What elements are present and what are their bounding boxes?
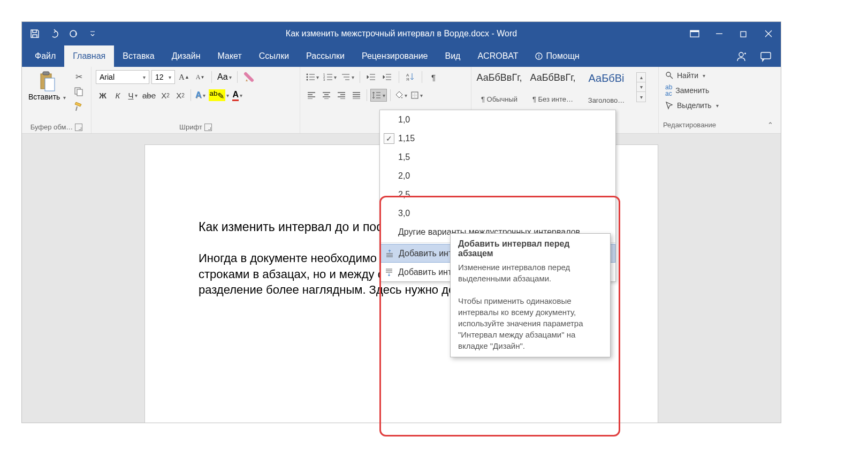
format-painter-icon[interactable]	[71, 100, 86, 113]
change-case-button[interactable]: Aa▾	[216, 71, 233, 83]
paste-icon	[37, 71, 57, 91]
justify-icon[interactable]	[349, 88, 363, 102]
tab-layout[interactable]: Макет	[209, 45, 250, 67]
svg-rect-11	[77, 89, 82, 96]
gallery-down-icon[interactable]: ▾	[637, 82, 645, 92]
tab-mailings[interactable]: Рассылки	[298, 45, 353, 67]
tab-references[interactable]: Ссылки	[250, 45, 298, 67]
italic-button[interactable]: К	[111, 88, 125, 102]
numbering-button[interactable]: 123▾	[322, 72, 338, 82]
sort-icon[interactable]: AЯ	[403, 70, 417, 84]
svg-point-13	[307, 76, 308, 78]
style-heading1[interactable]: АаБбВі Заголово…	[583, 72, 630, 104]
save-icon[interactable]	[27, 26, 42, 41]
subscript-button[interactable]: X2	[158, 88, 172, 102]
svg-rect-6	[761, 52, 771, 59]
show-marks-icon[interactable]: ¶	[427, 70, 440, 84]
window-title: Как изменить межстрочный интервал в Ворд…	[286, 29, 517, 39]
bullets-button[interactable]: ▾	[304, 72, 320, 82]
spacing-2-0[interactable]: 2,0	[380, 166, 615, 185]
tab-view[interactable]: Вид	[436, 45, 469, 67]
tell-me-label: Помощн	[546, 51, 580, 61]
font-color-button[interactable]: A▾	[231, 89, 243, 102]
titlebar-right	[733, 48, 781, 65]
restore-icon[interactable]	[732, 24, 756, 43]
tab-insert[interactable]: Вставка	[114, 45, 163, 67]
svg-point-21	[666, 72, 671, 76]
style-normal[interactable]: АаБбВвГг, ¶ Обычный	[476, 72, 523, 103]
clipboard-launcher-icon[interactable]	[75, 124, 82, 131]
quick-access-toolbar	[22, 26, 100, 41]
comments-icon[interactable]	[757, 48, 774, 65]
paste-button[interactable]: Вставить ▾	[26, 70, 68, 102]
spacing-3-0[interactable]: 3,0	[380, 204, 615, 223]
decrease-indent-icon[interactable]	[364, 70, 378, 84]
align-right-icon[interactable]	[334, 88, 348, 102]
borders-button[interactable]: ▾	[409, 90, 424, 101]
shrink-font-icon[interactable]: A▼	[193, 70, 207, 84]
grow-font-icon[interactable]: A▲	[177, 70, 191, 84]
align-center-icon[interactable]	[319, 88, 333, 102]
spacing-1-0[interactable]: 1,0	[380, 110, 615, 129]
strikethrough-button[interactable]: abe	[141, 88, 157, 102]
gallery-more-icon[interactable]: ▾	[637, 92, 645, 102]
group-editing: Найти▾ abac Заменить Выделить▾ Редактиро…	[659, 67, 781, 133]
shading-button[interactable]: ▾	[394, 90, 408, 101]
tab-design[interactable]: Дизайн	[163, 45, 209, 67]
svg-point-5	[739, 52, 743, 57]
svg-text:Я: Я	[406, 77, 409, 82]
spacing-1-5[interactable]: 1,5	[380, 148, 615, 166]
tab-file[interactable]: Файл	[26, 45, 64, 67]
ribbon-tabs: Файл Главная Вставка Дизайн Макет Ссылки…	[22, 45, 781, 67]
tell-me-search[interactable]: Помощн	[527, 51, 587, 61]
line-spacing-button[interactable]: ▾	[370, 89, 387, 102]
qat-customize-icon[interactable]	[85, 26, 100, 41]
tooltip: Добавить интервал перед абзацем Изменени…	[450, 233, 611, 357]
ribbon-display-icon[interactable]	[682, 24, 707, 43]
tab-review[interactable]: Рецензирование	[353, 45, 437, 67]
minimize-icon[interactable]	[707, 24, 732, 43]
word-window: Как изменить межстрочный интервал в Ворд…	[21, 21, 781, 423]
collapse-ribbon-icon[interactable]: ⌃	[764, 118, 776, 131]
style-no-spacing[interactable]: АаБбВвГг, ¶ Без инте…	[529, 72, 576, 103]
svg-point-0	[70, 30, 77, 37]
svg-rect-8	[43, 72, 49, 75]
tab-home[interactable]: Главная	[64, 45, 114, 67]
paste-label: Вставить ▾	[28, 93, 66, 101]
font-name-select[interactable]: Arial▾	[96, 70, 149, 84]
replace-button[interactable]: abac Заменить	[663, 83, 721, 98]
find-button[interactable]: Найти▾	[663, 70, 721, 81]
spacing-2-5[interactable]: 2,5	[380, 185, 615, 204]
multilevel-list-button[interactable]: ▾	[340, 72, 355, 82]
svg-point-14	[307, 79, 308, 81]
text-effects-button[interactable]: A▾	[194, 89, 207, 101]
redo-icon[interactable]	[66, 26, 81, 41]
font-launcher-icon[interactable]	[204, 124, 212, 131]
spacing-1-15[interactable]: 1,15	[380, 129, 615, 148]
close-icon[interactable]	[756, 24, 781, 43]
clear-formatting-icon[interactable]	[242, 70, 256, 84]
highlight-button[interactable]: ab✎▾	[208, 88, 231, 102]
align-left-icon[interactable]	[304, 88, 318, 102]
window-controls	[682, 24, 781, 43]
superscript-button[interactable]: X2	[173, 88, 187, 102]
copy-icon[interactable]	[71, 85, 86, 98]
bold-button[interactable]: Ж	[96, 88, 110, 102]
svg-text:3: 3	[323, 78, 325, 81]
share-icon[interactable]	[733, 48, 750, 65]
title-bar: Как изменить межстрочный интервал в Ворд…	[22, 22, 781, 45]
font-size-select[interactable]: 12▾	[151, 70, 175, 84]
undo-icon[interactable]	[47, 26, 62, 41]
group-font: Arial▾ 12▾ A▲ A▼ Aa▾ Ж К Ч▾ abe X2	[92, 67, 300, 133]
tab-acrobat[interactable]: ACROBAT	[469, 45, 527, 67]
select-button[interactable]: Выделить▾	[663, 100, 721, 111]
cut-icon[interactable]: ✂	[71, 70, 86, 83]
space-before-icon	[380, 249, 399, 258]
svg-rect-3	[741, 32, 746, 37]
svg-rect-9	[45, 78, 55, 91]
gallery-up-icon[interactable]: ▴	[637, 73, 645, 82]
tooltip-body: Изменение интервалов перед выделенными а…	[458, 262, 603, 351]
space-after-icon	[380, 267, 398, 277]
increase-indent-icon[interactable]	[380, 70, 394, 84]
underline-button[interactable]: Ч▾	[126, 88, 140, 102]
